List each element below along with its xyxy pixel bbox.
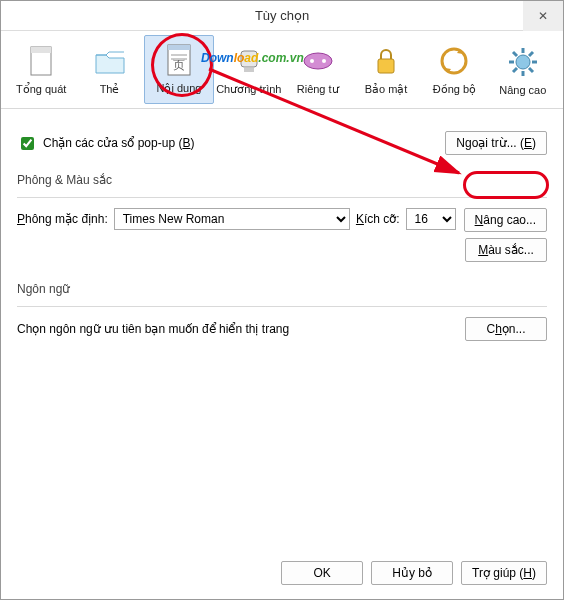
svg-line-20 (529, 52, 533, 56)
svg-rect-3 (168, 45, 190, 50)
ok-button[interactable]: OK (281, 561, 363, 585)
sync-icon (436, 43, 472, 79)
cancel-button[interactable]: Hủy bỏ (371, 561, 453, 585)
svg-text:页: 页 (173, 58, 185, 72)
fonts-advanced-button[interactable]: Nâng cao... (464, 208, 547, 232)
mask-icon (300, 43, 336, 79)
tab-sync[interactable]: Đồng bộ (420, 35, 488, 104)
svg-point-11 (322, 59, 326, 63)
close-icon: ✕ (538, 9, 548, 23)
window-title: Tùy chọn (255, 8, 309, 23)
svg-point-13 (516, 55, 530, 69)
svg-rect-8 (244, 68, 254, 72)
general-icon (23, 43, 59, 79)
fonts-buttons: Nâng cao... Màu sắc... (464, 208, 547, 262)
tab-label: Thẻ (100, 83, 120, 96)
language-description: Chọn ngôn ngữ ưu tiên bạn muốn để hiển t… (17, 322, 289, 336)
colors-button[interactable]: Màu sắc... (465, 238, 547, 262)
tab-label: Nâng cao (499, 84, 546, 96)
tab-programs[interactable]: Chương trình (214, 35, 283, 104)
dialog-footer: OK Hủy bỏ Trợ giúp (H) (281, 561, 547, 585)
font-size-label: Kích cỡ: (356, 212, 400, 226)
fonts-section-title: Phông & Màu sắc (17, 173, 547, 187)
category-tabs: Tổng quát Thẻ 页 Nội dung Chương trình Ri… (1, 31, 563, 104)
separator (17, 306, 547, 307)
exceptions-button[interactable]: Ngoại trừ... (E) (445, 131, 547, 155)
default-font-row: Phông mặc định: Times New Roman Kích cỡ:… (17, 208, 456, 230)
tab-general[interactable]: Tổng quát (7, 35, 75, 104)
tab-label: Đồng bộ (433, 83, 476, 96)
tab-label: Tổng quát (16, 83, 66, 96)
font-family-select[interactable]: Times New Roman (114, 208, 350, 230)
tab-label: Nội dung (156, 82, 201, 95)
lock-icon (368, 43, 404, 79)
default-font-label: Phông mặc định: (17, 212, 108, 226)
svg-line-19 (529, 68, 533, 72)
popup-block-checkbox[interactable] (21, 137, 34, 150)
tab-advanced[interactable]: Nâng cao (489, 35, 557, 104)
tab-content[interactable]: 页 Nội dung (144, 35, 214, 104)
svg-rect-1 (31, 47, 51, 53)
close-button[interactable]: ✕ (523, 1, 563, 31)
tab-tabs[interactable]: Thẻ (75, 35, 143, 104)
tab-label: Riêng tư (297, 83, 339, 96)
svg-point-10 (310, 59, 314, 63)
svg-line-18 (513, 52, 517, 56)
svg-point-9 (304, 53, 332, 69)
choose-language-button[interactable]: Chọn... (465, 317, 547, 341)
svg-rect-7 (241, 51, 257, 67)
gear-icon (505, 44, 541, 80)
popup-block-text: Chặn các cửa sổ pop-up (B) (43, 136, 194, 150)
language-row: Chọn ngôn ngữ ưu tiên bạn muốn để hiển t… (17, 317, 547, 341)
help-button[interactable]: Trợ giúp (H) (461, 561, 547, 585)
tab-label: Chương trình (216, 83, 281, 96)
tab-privacy[interactable]: Riêng tư (284, 35, 352, 104)
page-icon: 页 (161, 42, 197, 78)
options-window: Tùy chọn ✕ Tổng quát Thẻ 页 Nội dung (0, 0, 564, 600)
font-size-select[interactable]: 16 (406, 208, 456, 230)
popup-block-checkbox-label[interactable]: Chặn các cửa sổ pop-up (B) (17, 134, 194, 153)
svg-rect-12 (378, 59, 394, 73)
popup-block-row: Chặn các cửa sổ pop-up (B) Ngoại trừ... … (17, 131, 547, 155)
separator (17, 197, 547, 198)
separator (1, 108, 563, 109)
programs-icon (231, 43, 267, 79)
language-section-title: Ngôn ngữ (17, 282, 547, 296)
content-panel: Chặn các cửa sổ pop-up (B) Ngoại trừ... … (1, 119, 563, 341)
titlebar: Tùy chọn ✕ (1, 1, 563, 31)
svg-line-21 (513, 68, 517, 72)
tab-security[interactable]: Bảo mật (352, 35, 420, 104)
folder-icon (92, 43, 128, 79)
tab-label: Bảo mật (365, 83, 408, 96)
